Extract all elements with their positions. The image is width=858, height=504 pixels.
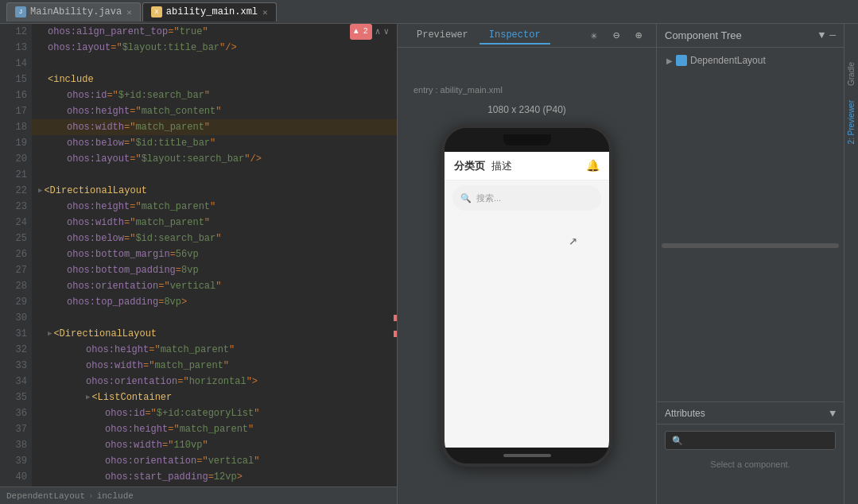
phone-nav-title-2: 描述 (491, 159, 512, 173)
component-tree-panel: Component Tree ▼ — ▶ DependentLayout Att… (657, 24, 844, 504)
code-line[interactable]: ▶<DirectionalLayout (32, 326, 397, 342)
phone-notch (503, 134, 551, 145)
tab-java[interactable]: J MainAbility.java ✕ (6, 2, 141, 21)
java-icon: J (15, 6, 26, 17)
phone-home-bar (503, 454, 551, 457)
zoom-out-icon[interactable]: ⊖ (608, 28, 624, 44)
main-layout: 1213141516 1718192021 2223242526 2728293… (0, 24, 858, 504)
attributes-title: Attributes (665, 408, 705, 419)
code-line[interactable]: ohos:layout="$layout:title_bar"/> (32, 40, 397, 56)
xml-icon: X (151, 6, 162, 17)
code-lines: ohos:align_parent_top="true" ▲ 2 ∧ ∨ oho… (32, 24, 397, 487)
phone-screen-body: ↗ (445, 215, 609, 448)
code-line[interactable]: ohos:height="match_parent" (32, 342, 397, 358)
component-tree-minimize-icon[interactable]: — (829, 29, 836, 41)
code-line[interactable] (32, 56, 397, 72)
code-line[interactable]: ohos:height="match_parent" (32, 421, 397, 437)
select-component-text: Select a component. (665, 459, 836, 469)
code-line[interactable]: ▶<ListContainer (32, 390, 397, 405)
error-badge: ▲ 2 ∧ ∨ (350, 24, 389, 40)
code-line[interactable]: ohos:width="110vp" (32, 437, 397, 453)
tab-xml[interactable]: X ability_main.xml ✕ (142, 2, 277, 21)
code-line[interactable]: ohos:bottom_padding=8vp (32, 262, 397, 278)
breadcrumb-item-1[interactable]: DependentLayout (6, 491, 85, 501)
code-line[interactable]: <include (32, 72, 397, 87)
code-line[interactable]: ▶<DirectionalLayout (32, 183, 397, 199)
code-line[interactable]: ohos:start_padding=12vp> (32, 469, 397, 485)
tree-node-icon (676, 55, 687, 66)
phone-screen: 分类页 描述 🔔 🔍 搜索... ↗ (445, 152, 609, 448)
attributes-header: Attributes ▼ (657, 402, 844, 425)
tab-previewer[interactable]: Previewer (407, 27, 478, 45)
code-line[interactable]: ohos:below="$id:search_bar" (32, 231, 397, 246)
tree-expand-arrow: ▶ (666, 56, 673, 65)
component-tree-collapse-icon[interactable]: ▼ (818, 29, 825, 41)
attribute-search-bar[interactable]: 🔍 (665, 431, 836, 450)
phone-power-button (609, 192, 612, 223)
component-tree-header-icons: ▼ — (818, 29, 836, 41)
breadcrumb-separator: › (88, 491, 94, 501)
tab-java-close[interactable]: ✕ (126, 7, 132, 17)
phone-nav-title: 分类页 描述 (454, 159, 512, 173)
vertical-tabs: Gradle 2: Previewer (844, 24, 858, 504)
vertical-tab-gradle[interactable]: Gradle (845, 56, 857, 92)
breadcrumb: DependentLayout › include (0, 487, 397, 504)
tree-item-dependent-layout[interactable]: ▶ DependentLayout (662, 52, 839, 68)
code-line[interactable]: ohos:orientation="vertical" (32, 278, 397, 294)
tab-xml-close[interactable]: ✕ (262, 7, 268, 17)
device-label: 1080 x 2340 (P40) (487, 104, 566, 115)
code-line[interactable]: ohos:align_parent_top="true" ▲ 2 ∧ ∨ (32, 24, 397, 40)
preview-tabs: Previewer Inspector (407, 27, 550, 45)
attribute-search-icon: 🔍 (672, 436, 683, 446)
attributes-panel: Attributes ▼ 🔍 Select a component. (657, 401, 844, 504)
cursor-icon: ↗ (569, 231, 577, 249)
preview-toolbar: Previewer Inspector ✳ ⊖ ⊕ (398, 24, 656, 48)
code-line[interactable]: ohos:orientation="horizontal"> (32, 374, 397, 390)
phone-mockup: 分类页 描述 🔔 🔍 搜索... ↗ (441, 125, 612, 467)
code-content[interactable]: 1213141516 1718192021 2223242526 2728293… (0, 24, 397, 487)
code-line[interactable] (32, 167, 397, 183)
preview-panel: Previewer Inspector ✳ ⊖ ⊕ entry : abilit… (398, 24, 657, 504)
entry-path: entry : ability_main.xml (398, 85, 503, 95)
code-line[interactable]: ohos:height="match_parent" (32, 199, 397, 215)
code-line[interactable]: ohos:layout="$layout:search_bar"/> (32, 151, 397, 167)
code-line[interactable] (32, 310, 397, 326)
tree-scrollbar[interactable] (662, 243, 839, 248)
attributes-collapse-icon[interactable]: ▼ (829, 408, 836, 420)
code-line[interactable]: ohos:height="match_content" (32, 103, 397, 119)
code-line[interactable]: ohos:width="match_parent" (32, 358, 397, 374)
phone-top-bar (445, 128, 609, 152)
snowflake-icon[interactable]: ✳ (586, 28, 602, 44)
code-line[interactable]: ohos:width="match_parent" (32, 119, 397, 135)
bell-icon: 🔔 (586, 159, 600, 173)
vertical-tab-previewer[interactable]: 2: Previewer (845, 94, 857, 151)
code-line[interactable]: ohos:id="$+id:search_bar" (32, 87, 397, 103)
code-line[interactable]: ohos:top_padding=8vp> (32, 294, 397, 310)
code-line[interactable]: </ListContainer> (32, 485, 397, 487)
code-line[interactable]: ohos:orientation="vertical" (32, 453, 397, 469)
phone-nav-bar: 分类页 描述 🔔 (445, 152, 609, 180)
tree-item-label: DependentLayout (690, 55, 766, 66)
attributes-header-icons: ▼ (829, 406, 836, 421)
tree-content: ▶ DependentLayout (657, 48, 844, 401)
preview-content: entry : ability_main.xml 1080 x 2340 (P4… (398, 48, 656, 504)
phone-search-icon: 🔍 (460, 193, 472, 204)
tab-java-label: MainAbility.java (30, 6, 122, 17)
code-line[interactable]: ohos:bottom_margin=56vp (32, 246, 397, 262)
line-numbers: 1213141516 1718192021 2223242526 2728293… (0, 24, 32, 487)
component-tree-header: Component Tree ▼ — (657, 24, 844, 48)
code-line[interactable]: ohos:id="$+id:categoryList" (32, 405, 397, 421)
code-line[interactable]: ohos:below="$id:title_bar" (32, 135, 397, 151)
component-tree-title: Component Tree (665, 29, 742, 41)
tab-inspector[interactable]: Inspector (479, 27, 550, 45)
tab-xml-label: ability_main.xml (166, 6, 258, 17)
phone-search-bar: 🔍 搜索... (452, 185, 601, 211)
phone-nav-title-1: 分类页 (454, 159, 485, 173)
preview-icons: ✳ ⊖ ⊕ (586, 28, 646, 44)
phone-search-placeholder: 搜索... (476, 192, 501, 204)
breadcrumb-item-2[interactable]: include (97, 491, 134, 501)
zoom-in-icon[interactable]: ⊕ (631, 28, 646, 44)
tree-scrollbar-area (662, 243, 839, 248)
phone-bottom-bar (445, 448, 609, 463)
code-line[interactable]: ohos:width="match_parent" (32, 215, 397, 231)
